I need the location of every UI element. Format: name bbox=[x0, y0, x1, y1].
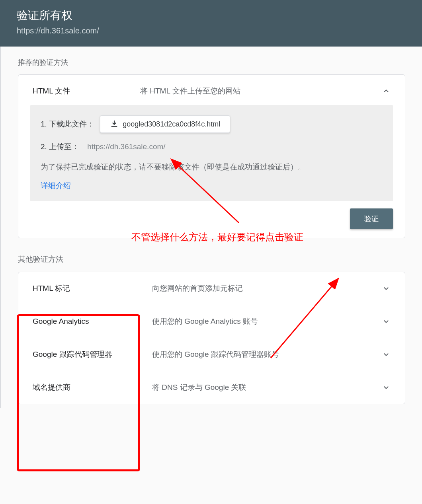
other-method-tag-manager[interactable]: Google 跟踪代码管理器 使用您的 Google 跟踪代码管理器账号 bbox=[18, 338, 405, 371]
method-name: HTML 文件 bbox=[33, 86, 140, 96]
other-method-desc: 将 DNS 记录与 Google 关联 bbox=[152, 382, 382, 393]
page-header: 验证所有权 https://dh.361sale.com/ bbox=[0, 0, 422, 47]
download-icon bbox=[110, 120, 119, 128]
upload-url: https://dh.361sale.com/ bbox=[87, 142, 165, 151]
step-1: 1. 下载此文件： googled3081d2ca0cd8f4c.html bbox=[41, 115, 383, 133]
chevron-down-icon bbox=[382, 350, 391, 359]
other-method-name: 域名提供商 bbox=[33, 382, 152, 393]
other-method-name: Google 跟踪代码管理器 bbox=[33, 349, 152, 360]
other-method-desc: 使用您的 Google 跟踪代码管理器账号 bbox=[152, 349, 382, 360]
other-section-label: 其他验证方法 bbox=[18, 254, 405, 265]
verification-note: 为了保持已完成验证的状态，请不要移除该文件（即使是在成功通过验证后）。 bbox=[41, 161, 383, 173]
download-file-button[interactable]: googled3081d2ca0cd8f4c.html bbox=[100, 115, 230, 133]
page-title: 验证所有权 bbox=[17, 8, 405, 23]
other-method-domain-provider[interactable]: 域名提供商 将 DNS 记录与 Google 关联 bbox=[18, 371, 405, 404]
other-method-html-tag[interactable]: HTML 标记 向您网站的首页添加元标记 bbox=[18, 272, 405, 305]
other-methods-list: HTML 标记 向您网站的首页添加元标记 Google Analytics 使用… bbox=[18, 272, 405, 404]
svg-rect-0 bbox=[112, 126, 117, 127]
method-body: 1. 下载此文件： googled3081d2ca0cd8f4c.html 2.… bbox=[30, 105, 393, 201]
chevron-up-icon bbox=[382, 87, 391, 95]
method-header[interactable]: HTML 文件 将 HTML 文件上传至您的网站 bbox=[18, 75, 405, 105]
chevron-down-icon bbox=[382, 317, 391, 326]
verify-button[interactable]: 验证 bbox=[350, 208, 393, 229]
other-method-google-analytics[interactable]: Google Analytics 使用您的 Google Analytics 账… bbox=[18, 305, 405, 338]
other-method-desc: 向您网站的首页添加元标记 bbox=[152, 283, 382, 294]
learn-more-link[interactable]: 详细介绍 bbox=[41, 181, 383, 191]
card-footer: 验证 bbox=[18, 208, 405, 238]
step-2: 2. 上传至： https://dh.361sale.com/ bbox=[41, 142, 383, 152]
other-method-name: Google Analytics bbox=[33, 317, 152, 326]
step-2-label: 2. 上传至： bbox=[41, 142, 79, 152]
content-area: 推荐的验证方法 HTML 文件 将 HTML 文件上传至您的网站 1. 下载此文… bbox=[0, 47, 422, 408]
method-desc: 将 HTML 文件上传至您的网站 bbox=[140, 86, 382, 96]
recommended-section-label: 推荐的验证方法 bbox=[18, 58, 405, 67]
download-filename: googled3081d2ca0cd8f4c.html bbox=[123, 120, 220, 128]
chevron-down-icon bbox=[382, 284, 391, 293]
chevron-down-icon bbox=[382, 383, 391, 392]
other-method-name: HTML 标记 bbox=[33, 283, 152, 294]
recommended-card: HTML 文件 将 HTML 文件上传至您的网站 1. 下载此文件： googl… bbox=[18, 74, 405, 238]
other-method-desc: 使用您的 Google Analytics 账号 bbox=[152, 316, 382, 327]
step-1-label: 1. 下载此文件： bbox=[41, 119, 94, 129]
page-url: https://dh.361sale.com/ bbox=[17, 26, 405, 35]
